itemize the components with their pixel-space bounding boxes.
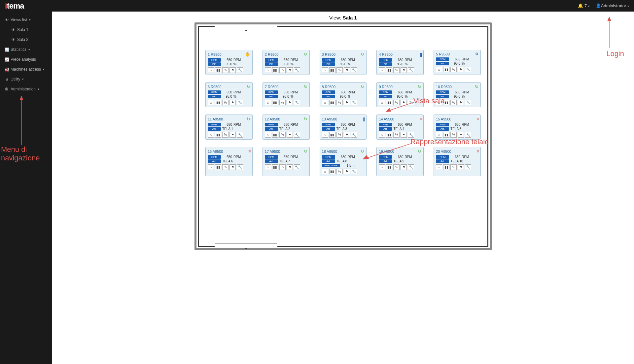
stop-icon[interactable]: ▮▮ (272, 100, 278, 105)
flag-icon[interactable]: ⚑ (458, 164, 464, 170)
machine-card[interactable]: 14 A9500 ≡ RPM650RPMArt.TELA 4 ⌂ ▮▮ % ⚑ … (376, 115, 424, 140)
stop-icon[interactable]: ▮▮ (386, 67, 392, 73)
machine-card[interactable]: 1 R9500 ✋ RPM650RPMEff.95.0% ⌂ ▮▮ % ⚑ 🔧 (205, 50, 253, 75)
stop-icon[interactable]: ▮▮ (215, 164, 221, 170)
alarm-icon[interactable]: ⌂ (265, 164, 271, 170)
machine-card[interactable]: 15 A9500 ≡ RPM650RPMArt.TELA 5 ⌂ ▮▮ % ⚑ … (434, 115, 481, 140)
flag-icon[interactable]: ⚑ (229, 164, 236, 170)
percent-icon[interactable]: % (336, 67, 343, 73)
stop-icon[interactable]: ▮▮ (215, 67, 221, 73)
alarm-icon[interactable]: ⌂ (208, 132, 214, 138)
alarm-icon[interactable]: ⌂ (265, 132, 271, 138)
flag-icon[interactable]: ⚑ (458, 132, 464, 138)
flag-icon[interactable]: ⚑ (344, 67, 350, 73)
percent-icon[interactable]: % (393, 100, 400, 105)
percent-icon[interactable]: % (336, 100, 343, 105)
tool-icon[interactable]: 🔧 (408, 164, 414, 170)
alarm-icon[interactable]: ⌂ (322, 132, 328, 138)
flag-icon[interactable]: ⚑ (458, 100, 464, 105)
machine-card[interactable]: 19 A9500 ↻ RPM650RPMArt.TELA 9 ⌂ ▮▮ % ⚑ … (376, 147, 424, 176)
user-menu-button[interactable]: 👤Administrator ▾ (596, 3, 629, 8)
alarm-icon[interactable]: ⌂ (379, 132, 385, 138)
tool-icon[interactable]: 🔧 (237, 164, 243, 170)
stop-icon[interactable]: ▮▮ (386, 100, 392, 105)
percent-icon[interactable]: % (450, 67, 457, 72)
flag-icon[interactable]: ⚑ (229, 67, 236, 73)
alarm-icon[interactable]: ⌂ (322, 67, 328, 73)
percent-icon[interactable]: % (222, 164, 229, 170)
flag-icon[interactable]: ⚑ (344, 100, 350, 105)
tool-icon[interactable]: 🔧 (351, 100, 357, 105)
nav-piece-analysis[interactable]: 📈Piece analysis (0, 54, 52, 64)
alarm-icon[interactable]: ⌂ (322, 100, 328, 105)
percent-icon[interactable]: % (450, 100, 457, 105)
flag-icon[interactable]: ⚑ (344, 169, 350, 174)
tool-icon[interactable]: 🔧 (408, 67, 414, 73)
percent-icon[interactable]: % (279, 67, 286, 73)
machine-card[interactable]: 17 A9500 ↻ RPM650RPMArt.TELA 7 ⌂ ▮▮ % ⚑ … (263, 147, 310, 176)
flag-icon[interactable]: ⚑ (458, 67, 464, 72)
tool-icon[interactable]: 🔧 (408, 100, 414, 105)
machine-card[interactable]: 20 A9500 ≡ RPM650RPMArt.TELA 10 ⌂ ▮▮ % ⚑… (434, 147, 481, 176)
nav-machines-access[interactable]: 🏭Machines access (0, 64, 52, 74)
tool-icon[interactable]: 🔧 (294, 164, 300, 170)
percent-icon[interactable]: % (336, 169, 343, 174)
stop-icon[interactable]: ▮▮ (386, 132, 392, 138)
nav-sala-2[interactable]: 👁Sala 2 (0, 35, 52, 45)
flag-icon[interactable]: ⚑ (229, 132, 236, 138)
alarm-icon[interactable]: ⌂ (265, 100, 271, 105)
tool-icon[interactable]: 🔧 (351, 67, 357, 73)
tool-icon[interactable]: 🔧 (465, 164, 471, 170)
alarm-icon[interactable]: ⌂ (436, 100, 442, 105)
alarm-icon[interactable]: ⌂ (208, 164, 214, 170)
machine-card[interactable]: 12 A9500 ↻ RPM650RPMArt.TELA 2 ⌂ ▮▮ % ⚑ … (263, 115, 310, 140)
flag-icon[interactable]: ⚑ (287, 100, 293, 105)
machine-card[interactable]: 13 A9500 |||| RPM650RPMArt.TELA 3 ⌂ ▮▮ %… (320, 115, 367, 140)
nav-administration[interactable]: 🏛Administration (0, 84, 52, 94)
machine-card[interactable]: 4 R9500 |||| RPM650RPMEff.95.0% ⌂ ▮▮ % ⚑… (376, 50, 424, 75)
stop-icon[interactable]: ▮▮ (386, 164, 392, 170)
percent-icon[interactable]: % (222, 132, 229, 138)
stop-icon[interactable]: ▮▮ (443, 67, 449, 72)
percent-icon[interactable]: % (450, 132, 457, 138)
flag-icon[interactable]: ⚑ (287, 67, 293, 73)
flag-icon[interactable]: ⚑ (344, 132, 350, 138)
tool-icon[interactable]: 🔧 (294, 67, 300, 73)
tool-icon[interactable]: 🔧 (294, 100, 300, 105)
tool-icon[interactable]: 🔧 (351, 132, 357, 138)
nav-sala-1[interactable]: 👁Sala 1 (0, 25, 52, 35)
machine-card[interactable]: 8 R9500 ↻ RPM650RPMEff.95.0% ⌂ ▮▮ % ⚑ 🔧 (320, 82, 367, 107)
flag-icon[interactable]: ⚑ (287, 132, 293, 138)
flag-icon[interactable]: ⚑ (401, 132, 407, 138)
tool-icon[interactable]: 🔧 (465, 100, 471, 105)
alarm-icon[interactable]: ⌂ (436, 164, 442, 170)
nav-views-list[interactable]: 👁Views list (0, 15, 52, 25)
notifications-button[interactable]: 🔔 7 ▾ (578, 3, 589, 8)
percent-icon[interactable]: % (279, 100, 286, 105)
alarm-icon[interactable]: ⌂ (208, 67, 214, 73)
tool-icon[interactable]: 🔧 (237, 100, 243, 105)
alarm-icon[interactable]: ⌂ (379, 67, 385, 73)
alarm-icon[interactable]: ⌂ (379, 164, 385, 170)
stop-icon[interactable]: ▮▮ (329, 132, 335, 138)
tool-icon[interactable]: 🔧 (408, 132, 414, 138)
flag-icon[interactable]: ⚑ (287, 164, 293, 170)
machine-card[interactable]: 5 R9500 ⚙ RPM650RPMEff.95.0% ⌂ ▮▮ % ⚑ 🔧 (434, 50, 481, 75)
stop-icon[interactable]: ▮▮ (329, 67, 335, 73)
nav-utility[interactable]: 🖥Utility (0, 74, 52, 84)
stop-icon[interactable]: ▮▮ (443, 132, 449, 138)
stop-icon[interactable]: ▮▮ (329, 169, 335, 174)
machine-card[interactable]: 16 A9500 ≡ RPM650RPMArt.TELA 6 ⌂ ▮▮ % ⚑ … (205, 147, 253, 176)
percent-icon[interactable]: % (450, 164, 457, 170)
tool-icon[interactable]: 🔧 (237, 67, 243, 73)
machine-card[interactable]: 10 R9500 ↻ RPM650RPMEff.95.0% ⌂ ▮▮ % ⚑ 🔧 (434, 82, 481, 107)
alarm-icon[interactable]: ⌂ (265, 67, 271, 73)
flag-icon[interactable]: ⚑ (401, 67, 407, 73)
stop-icon[interactable]: ▮▮ (272, 164, 278, 170)
tool-icon[interactable]: 🔧 (351, 169, 357, 174)
machine-card[interactable]: 3 R9500 ↻ RPM650RPMEff.95.0% ⌂ ▮▮ % ⚑ 🔧 (320, 50, 367, 75)
stop-icon[interactable]: ▮▮ (329, 100, 335, 105)
percent-icon[interactable]: % (279, 164, 286, 170)
machine-card[interactable]: 11 A9500 ↻ RPM650RPMArt.TELA 1 ⌂ ▮▮ % ⚑ … (205, 115, 253, 140)
flag-icon[interactable]: ⚑ (401, 100, 407, 105)
